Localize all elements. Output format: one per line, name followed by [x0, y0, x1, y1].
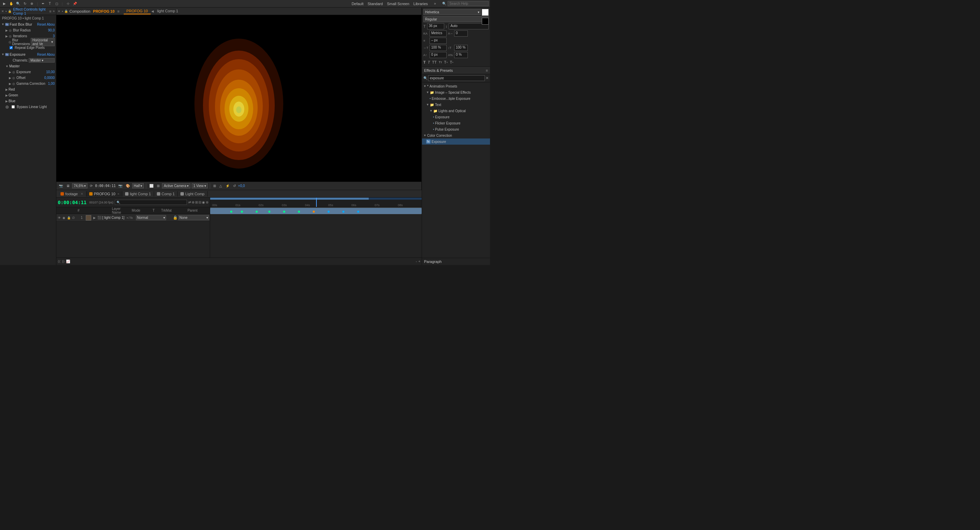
workspace-default[interactable]: Default: [352, 2, 364, 6]
foreground-swatch[interactable]: [482, 9, 488, 16]
comp-tab-light[interactable]: light Comp 1: [154, 8, 181, 14]
all-caps-button[interactable]: TT: [432, 60, 436, 64]
close-tab-footage[interactable]: ✕: [81, 192, 83, 196]
reset-exposure-icon[interactable]: ↺: [232, 184, 237, 188]
effects-search-input[interactable]: [428, 75, 485, 81]
expand-icon[interactable]: ▼: [426, 103, 429, 106]
tree-text[interactable]: ▼ 📁 Text: [422, 102, 490, 108]
about-button[interactable]: Abou: [47, 22, 55, 26]
close-comp-icon[interactable]: ✕: [58, 10, 60, 13]
timeline-solo-icon[interactable]: ⇌: [188, 200, 191, 204]
reset-button[interactable]: Reset: [37, 53, 46, 56]
timeline-tab-light-comp[interactable]: light Comp 1: [123, 191, 154, 196]
more-workspaces[interactable]: »: [432, 1, 438, 7]
expand-prop-icon[interactable]: ▶: [5, 29, 8, 32]
keyframe-nav-prev[interactable]: ⟨⟨: [58, 260, 60, 263]
color-manage-icon[interactable]: 🎨: [125, 184, 131, 188]
3d-view-icon[interactable]: ⊞: [212, 184, 217, 188]
bypass-linear-light-checkbox[interactable]: [12, 105, 15, 109]
snapshot-button[interactable]: 📷: [58, 184, 64, 188]
expand-icon[interactable]: ▼: [426, 91, 429, 94]
stopwatch-icon[interactable]: ◎: [12, 70, 16, 74]
tree-image-special-effects[interactable]: ▼ 📁 Image – Special Effects: [422, 89, 490, 96]
comp-panel-menu-icon[interactable]: ≡: [117, 9, 119, 13]
transparency-grid[interactable]: ⊞: [156, 184, 161, 188]
reset-button[interactable]: Reset: [37, 22, 46, 26]
lock-icon[interactable]: 🔒: [8, 10, 12, 13]
comp-tab-arrow-left[interactable]: ◀: [151, 10, 154, 13]
stopwatch-icon[interactable]: ◎: [5, 105, 10, 109]
rotate-tool[interactable]: ↻: [22, 1, 28, 7]
draft-3d-icon[interactable]: △: [218, 184, 223, 188]
expand-icon[interactable]: ▼: [423, 85, 426, 88]
camera-icon[interactable]: 📷: [117, 184, 123, 188]
expand-icon[interactable]: ▼: [430, 109, 432, 112]
close-icon[interactable]: ✕: [2, 10, 4, 13]
timeline-draft-icon[interactable]: ◉: [202, 200, 205, 204]
workspace-libraries[interactable]: Libraries: [414, 2, 428, 6]
italic-button[interactable]: T: [428, 60, 430, 64]
repeat-edge-pixels-checkbox[interactable]: [10, 46, 13, 49]
tree-flicker-exposure[interactable]: ▪ Flicker Exposure: [422, 120, 490, 126]
stopwatch-icon[interactable]: ◎: [12, 82, 16, 86]
leading-px-field[interactable]: – px: [430, 38, 447, 44]
layer-mode-dropdown[interactable]: Normal ▾: [136, 215, 166, 220]
select-tool[interactable]: ▶: [2, 1, 8, 7]
tree-pulse-exposure[interactable]: ▪ Pulse Exposure: [422, 126, 490, 132]
workspace-small[interactable]: Small Screen: [387, 2, 409, 6]
timeline-motion-blur-icon[interactable]: ⊛: [206, 200, 208, 204]
panel-menu-icon[interactable]: ≡: [49, 9, 51, 13]
timeline-tab-comp1[interactable]: Comp 1: [154, 191, 178, 196]
stopwatch-icon[interactable]: ◎: [8, 40, 12, 44]
tree-embosse-effect[interactable]: ▪ Embosse...tiple Exposure: [422, 96, 490, 102]
baseline-field[interactable]: 0 px: [430, 52, 447, 58]
track-bar[interactable]: [210, 208, 422, 214]
timeline-collapse-icon[interactable]: ⊟: [199, 200, 201, 204]
clear-search-icon[interactable]: ✕: [485, 76, 488, 80]
channels-dropdown[interactable]: Master ▾: [29, 58, 55, 62]
subscript-button[interactable]: T+: [450, 60, 453, 64]
background-swatch[interactable]: [482, 18, 488, 25]
stopwatch-icon[interactable]: ◎: [9, 35, 12, 38]
hand-tool[interactable]: ✋: [8, 1, 14, 7]
small-caps-button[interactable]: Tт: [439, 61, 442, 64]
about-button[interactable]: Abou: [47, 53, 55, 56]
zoom-dropdown[interactable]: 74,6% ▾: [72, 183, 88, 188]
timeline-shy-icon[interactable]: ⊞: [195, 200, 198, 204]
expand-icon[interactable]: ▼: [2, 22, 5, 26]
stopwatch-icon[interactable]: ◎: [9, 29, 12, 32]
keyframe-nav-next[interactable]: ⟩⟩: [62, 260, 65, 263]
blur-radius-value[interactable]: 90,0: [48, 29, 55, 32]
font-name-dropdown[interactable]: Helvetica ▾: [423, 9, 481, 15]
pin-tool[interactable]: 📌: [72, 1, 78, 7]
metrics-dropdown[interactable]: Metrics: [430, 30, 447, 37]
superscript-button[interactable]: T+: [444, 60, 448, 64]
expand-prop-icon[interactable]: ▶: [5, 35, 8, 38]
timeline-search-input[interactable]: [120, 200, 185, 204]
tracking-field[interactable]: 0: [454, 30, 468, 37]
timeline-lock-icon[interactable]: ⊕: [192, 200, 194, 204]
tsukuri-field[interactable]: 0 %: [454, 52, 468, 58]
workspace-standard[interactable]: Standard: [368, 2, 383, 6]
expand-prop-icon[interactable]: ▶: [9, 82, 12, 86]
expand-icon[interactable]: ▼: [2, 53, 5, 56]
tree-exposure[interactable]: ▪ Exposure: [422, 114, 490, 120]
blur-dimensions-dropdown[interactable]: Horizontal and Ve ▾: [31, 38, 55, 46]
bold-button[interactable]: T: [423, 60, 426, 64]
shape-tool[interactable]: ◻: [54, 1, 60, 7]
timeline-search[interactable]: 🔍: [115, 200, 187, 205]
stopwatch-icon[interactable]: ◎: [12, 76, 16, 80]
tab-menu-icon[interactable]: ≡: [118, 192, 119, 196]
graph-editor-icon[interactable]: 📈: [66, 260, 70, 263]
resolution-icon[interactable]: ⟳: [89, 184, 94, 188]
expand-icon[interactable]: ▼: [423, 134, 426, 137]
tree-color-correction[interactable]: ▼ Color Correction: [422, 132, 490, 139]
gamma-value[interactable]: 1,00: [48, 82, 55, 86]
zoom-tool[interactable]: 🔍: [15, 1, 21, 7]
layer-parent-dropdown[interactable]: None ▾: [178, 215, 209, 220]
comp-viewport[interactable]: [56, 15, 421, 182]
timeline-zoom-out[interactable]: -: [416, 260, 417, 263]
region-of-interest[interactable]: ⬜: [148, 184, 154, 188]
expand-prop-icon[interactable]: ▶: [9, 70, 12, 74]
expand-icon[interactable]: ▼: [5, 65, 8, 68]
